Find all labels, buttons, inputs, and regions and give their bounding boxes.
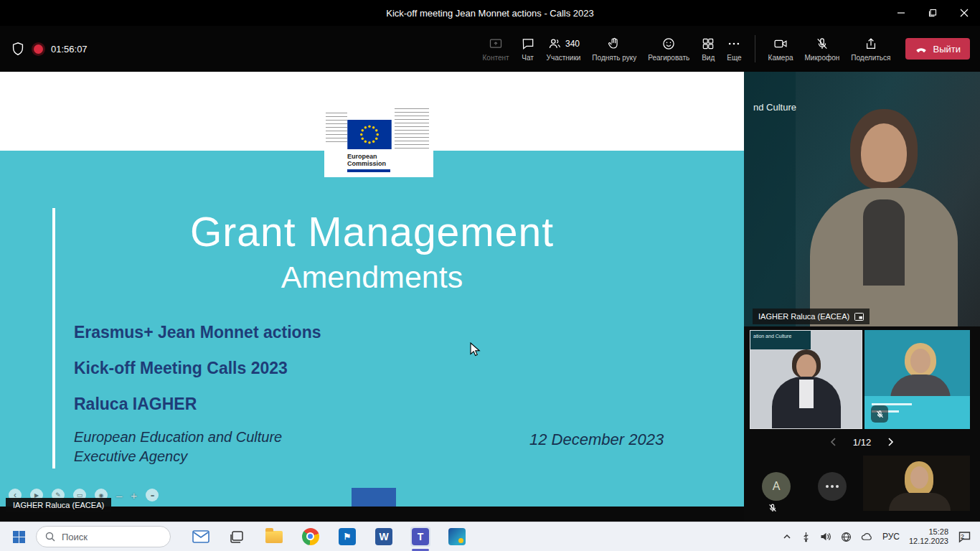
toolbar-divider	[755, 35, 755, 62]
toolbar-button-camera[interactable]: Камера	[763, 33, 799, 65]
onedrive-icon[interactable]	[861, 532, 873, 541]
participant-video-3[interactable]	[863, 456, 970, 511]
meeting-toolbar: 01:56:07 Контент Чат 340 Участники Подня…	[0, 26, 980, 72]
gallery-pagination: 1/12	[744, 433, 980, 451]
participant-video-1[interactable]: ation and Culture	[750, 330, 862, 429]
teams-icon-active[interactable]	[410, 527, 430, 547]
toolbar-button-participants[interactable]: 340 Участники	[541, 33, 587, 65]
app-icon[interactable]	[447, 527, 467, 547]
page-prev-icon[interactable]	[829, 437, 839, 447]
video-sidebar: nd Culture IAGHER Raluca (EACEA) ation a…	[744, 72, 980, 522]
mouse-cursor	[470, 342, 481, 358]
taskbar-search[interactable]: Поиск	[36, 526, 171, 547]
leave-label: Выйти	[933, 44, 961, 55]
word-logo-icon	[375, 528, 392, 545]
task-view-button[interactable]	[227, 527, 248, 547]
share-content-icon	[489, 37, 503, 51]
mail-app-icon[interactable]	[191, 527, 211, 547]
logo-caption: European Commission	[347, 153, 390, 172]
teams-logo-icon	[412, 528, 429, 545]
slide-title: Grant Management	[0, 208, 744, 255]
participants-icon	[547, 37, 562, 51]
file-explorer-icon[interactable]	[264, 527, 284, 547]
toolbar-button-chat[interactable]: Чат	[515, 33, 541, 65]
toolbar-actions: Контент Чат 340 Участники Поднять руку Р…	[477, 33, 748, 65]
zoom-in-button[interactable]: +	[131, 490, 137, 501]
folder-icon	[265, 531, 283, 543]
slide-line-speaker: Raluca IAGHER	[74, 395, 197, 414]
toolbar-button-content[interactable]: Контент	[477, 33, 515, 65]
participant1-shirt	[799, 380, 814, 408]
windows-logo-icon	[13, 531, 25, 543]
notification-center-button[interactable]: 2	[958, 531, 971, 543]
slide-date: 12 December 2023	[529, 430, 664, 449]
toolbar-button-react[interactable]: Реагировать	[642, 33, 695, 65]
store-logo-icon	[339, 528, 356, 545]
stage-bottom-bar	[0, 507, 744, 522]
word-icon[interactable]	[374, 527, 394, 547]
task-view-icon	[230, 529, 245, 545]
speaker-name-tag: IAGHER Raluca (EACEA)	[753, 309, 870, 324]
participant2-muted-indicator	[871, 405, 888, 423]
close-button[interactable]	[948, 0, 980, 26]
camera-icon	[773, 37, 788, 51]
toolbar-button-share[interactable]: Поделиться	[845, 33, 896, 65]
usb-icon[interactable]	[801, 532, 811, 542]
share-icon	[864, 37, 878, 51]
toolbar-button-raise-hand[interactable]: Поднять руку	[586, 33, 642, 65]
store-icon[interactable]	[337, 527, 357, 547]
clock-time: 15:28	[928, 527, 948, 537]
more-participants-button[interactable]	[818, 472, 847, 501]
clock-date: 12.12.2023	[909, 537, 948, 546]
chrome-icon[interactable]	[301, 527, 321, 547]
taskbar-clock[interactable]: 15:28 12.12.2023	[909, 527, 948, 546]
slide-agency: European Education and Culture Executive…	[74, 428, 282, 466]
page-next-icon[interactable]	[885, 437, 895, 447]
recording-indicator	[34, 44, 43, 54]
participant3-face	[910, 466, 928, 489]
mic-muted-icon	[768, 503, 778, 513]
thumb-backdrop-text: ation and Culture	[750, 331, 811, 349]
shield-icon	[10, 41, 26, 57]
network-icon[interactable]	[841, 532, 852, 542]
toolbar-button-view[interactable]: Вид	[695, 33, 721, 65]
presenter-name-label: IAGHER Raluca (EACEA)	[6, 498, 111, 512]
mic-muted-icon	[875, 410, 885, 419]
participant-avatar[interactable]: A	[762, 472, 791, 501]
zoom-out-button[interactable]: –	[116, 490, 122, 501]
toolbar-button-microphone[interactable]: Микрофон	[799, 33, 846, 65]
participants-count: 340	[565, 39, 580, 49]
hidden-icons-chevron[interactable]	[782, 532, 792, 542]
more-slide-controls-button[interactable]	[146, 489, 159, 501]
view-grid-icon	[701, 37, 715, 51]
system-tray: РУС 15:28 12.12.2023 2	[782, 527, 974, 546]
toolbar-button-more[interactable]: Еще	[721, 33, 747, 65]
start-button[interactable]	[6, 522, 32, 551]
search-placeholder: Поиск	[62, 532, 88, 542]
maximize-button[interactable]	[917, 0, 948, 26]
reactions-icon	[661, 37, 676, 51]
meeting-timer: 01:56:07	[51, 44, 88, 55]
microphone-muted-icon	[815, 37, 829, 51]
screen: Kick-off meeting Jean Monnet actions - C…	[0, 0, 980, 551]
minimize-button[interactable]	[885, 0, 917, 26]
participant3-body	[889, 493, 951, 511]
leave-button[interactable]: Выйти	[905, 38, 971, 60]
participant2-body	[890, 375, 951, 399]
language-indicator[interactable]: РУС	[882, 532, 900, 542]
minimize-icon	[897, 9, 905, 17]
window-titlebar: Kick-off meeting Jean Monnet actions - C…	[0, 0, 980, 26]
notification-count: 2	[961, 533, 974, 540]
pinned-apps	[191, 527, 467, 547]
slide-footer-accent	[352, 488, 396, 507]
volume-icon[interactable]	[820, 532, 831, 542]
shared-presentation-stage: European Commission Grant Management Ame…	[0, 72, 744, 522]
windows-taskbar: Поиск РУС 15:28 12.12.2023	[0, 522, 980, 551]
participant-video-2[interactable]	[864, 330, 970, 429]
more-icon	[727, 37, 741, 51]
raise-hand-icon	[607, 37, 621, 51]
window-title: Kick-off meeting Jean Monnet actions - C…	[386, 8, 594, 19]
meeting-status: 01:56:07	[10, 41, 88, 57]
main-speaker-video[interactable]: nd Culture IAGHER Raluca (EACEA)	[744, 72, 980, 326]
envelope-icon	[192, 530, 209, 543]
